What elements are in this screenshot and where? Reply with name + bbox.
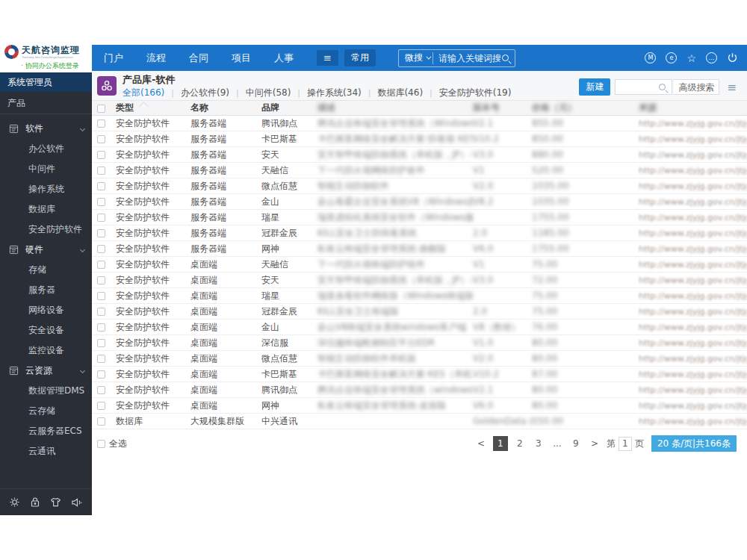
sidebar-item-服务器[interactable]: 服务器 [0,280,92,300]
sidebar-item-云通讯[interactable]: 云通讯 [0,441,92,461]
row-checkbox[interactable] [97,261,105,269]
search-icon[interactable] [502,55,509,61]
row-checkbox[interactable] [97,229,105,237]
page-button-2[interactable]: 2 [513,436,527,451]
form-icon [9,245,19,255]
nav-item-1[interactable]: 门户 [104,52,123,65]
sidebar-section-product[interactable]: 产品 [0,92,92,114]
tab-4[interactable]: 操作系统(34) [307,87,362,99]
row-checkbox[interactable] [97,323,105,332]
sidebar-item-数据库[interactable]: 数据库 [0,199,92,220]
cell-source: http://www.zjyjg.gov.cn/jtjg/ [639,354,747,364]
settings-gear-icon[interactable] [9,497,20,508]
chevron-down-icon [426,55,431,60]
cell-type: 安全防护软件 [116,243,190,255]
sidebar-item-网络设备[interactable]: 网络设备 [0,300,92,320]
row-checkbox[interactable] [97,355,105,363]
sidebar-item-云服务器ECS[interactable]: 云服务器ECS [0,421,92,441]
row-checkbox[interactable] [97,182,105,190]
row-checkbox[interactable] [97,167,105,175]
row-checkbox[interactable] [97,417,105,426]
tab-2[interactable]: 办公软件(9) [181,87,229,99]
global-search-input[interactable] [433,53,502,63]
sidebar-item-操作系统[interactable]: 操作系统 [0,179,92,199]
row-checkbox[interactable] [97,214,105,222]
chat-icon[interactable]: e [666,52,677,63]
page-next-button[interactable]: > [588,436,601,451]
theme-shirt-icon[interactable] [50,497,61,508]
power-icon[interactable] [727,52,738,63]
page-prev-button[interactable]: < [474,436,488,451]
sidebar-item-存储[interactable]: 存储 [0,260,92,280]
table-row: 安全防护软件桌面端安天安天智甲终端防御系统（单机版，JP）-标准V3.072.0… [92,273,747,288]
sidebar-item-安全防护软件[interactable]: 安全防护软件 [0,220,92,240]
sidebar-item-云存储[interactable]: 云存储 [0,401,92,421]
sidebar-group-3[interactable]: 云资源 [0,361,92,381]
page-button-1[interactable]: 1 [493,436,508,451]
per-page-badge[interactable]: 20 条/页|共166条 [651,435,737,452]
row-checkbox[interactable] [97,308,105,316]
row-checkbox[interactable] [97,119,105,128]
lock-icon[interactable] [30,497,40,508]
cell-price: 880.00 [532,149,639,160]
row-checkbox[interactable] [97,370,105,379]
sidebar-group-2[interactable]: 硬件 [0,240,92,260]
header-checkbox[interactable] [97,105,105,113]
cell-version: V10.2 [473,134,532,144]
page-button-3[interactable]: 3 [532,436,545,451]
sidebar-item-办公软件[interactable]: 办公软件 [0,139,92,159]
sidebar-item-中间件[interactable]: 中间件 [0,159,92,179]
page-jump-input[interactable]: 1 [619,437,632,451]
nav-item-2[interactable]: 流程 [146,52,166,65]
row-checkbox[interactable] [97,245,105,253]
sidebar-groups: 软件办公软件中间件操作系统数据库安全防护软件硬件存储服务器网络设备安全设备监控设… [0,114,92,461]
row-checkbox[interactable] [97,292,105,300]
row-checkbox[interactable] [97,135,105,143]
row-checkbox[interactable] [97,339,105,347]
message-icon[interactable]: M [645,52,656,63]
nav-item-5[interactable]: 人事 [274,52,294,65]
nav-menu-button[interactable]: ≡ [317,50,338,66]
row-checkbox[interactable] [97,402,105,410]
tab-3[interactable]: 中间件(58) [246,87,291,99]
tab-5[interactable]: 数据库(46) [377,87,423,99]
cell-source: http://www.zjyjg.gov.cn/jtjg/ [639,150,747,160]
divider: | [297,88,300,98]
volume-icon[interactable] [71,497,83,508]
cell-price: 520.00 [532,165,639,175]
cell-price: 850.00 [532,134,639,144]
nav-item-3[interactable]: 合同 [189,52,208,65]
list-view-toggle-icon[interactable]: ≡ [727,81,737,94]
search-icon[interactable] [659,84,666,90]
cell-source: http://www.zjyjg.gov.cn/jtjg/ [639,228,747,238]
cell-name: 服务器端 [190,117,261,130]
sidebar-item-监控设备[interactable]: 监控设备 [0,340,92,361]
company-name: 天航咨询监理 [22,46,80,55]
nav-item-4[interactable]: 项目 [232,52,251,65]
sidebar-group-1[interactable]: 软件 [0,119,92,139]
row-checkbox[interactable] [97,386,105,394]
oa-login-link[interactable]: · 协同办公系统登录 [4,61,92,71]
cell-type: 安全防护软件 [116,384,190,396]
select-all[interactable]: 全选 [97,438,127,450]
row-checkbox-cell [97,353,116,364]
page-ellipsis: ... [551,436,564,451]
wesearch-dropdown[interactable]: 微搜 [399,52,433,64]
tab-1[interactable]: 全部(166) [123,87,164,99]
advanced-search-link[interactable]: 高级搜索 [674,79,719,95]
tab-6[interactable]: 安全防护软件(19) [439,87,512,99]
row-checkbox[interactable] [97,151,105,159]
new-button[interactable]: 新建 [579,78,610,96]
select-all-checkbox[interactable] [97,440,105,448]
nav-common-button[interactable]: 常用 [344,49,376,66]
table-search-input[interactable] [616,82,659,93]
page-button-9[interactable]: 9 [569,436,583,451]
row-checkbox[interactable] [97,198,105,206]
cell-source: http://www.zjyjg.gov.cn/jtjg/ [639,338,747,348]
more-icon[interactable]: … [706,52,717,63]
sidebar-item-数据管理DMS[interactable]: 数据管理DMS [0,381,92,401]
favorite-icon[interactable]: ☆ [686,53,696,63]
table-row: 安全防护软件服务器端腾讯御点腾讯企业终端安全管理系统（Windows版）V2.1… [92,116,747,131]
sidebar-item-安全设备[interactable]: 安全设备 [0,320,92,340]
row-checkbox[interactable] [97,276,105,284]
